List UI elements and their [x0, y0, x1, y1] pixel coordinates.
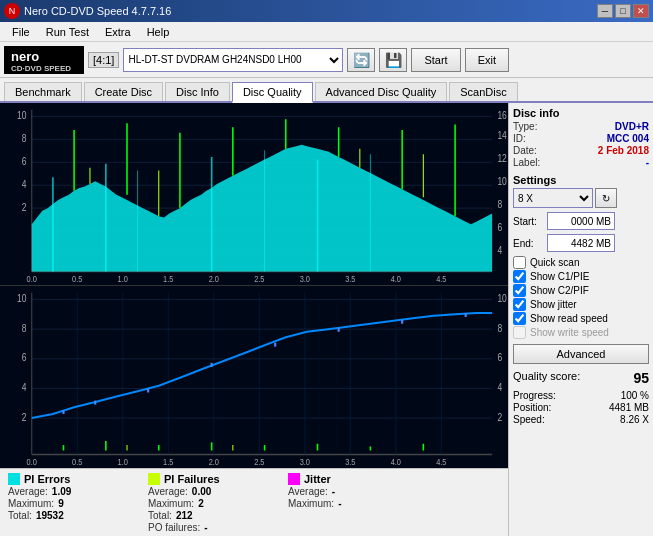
jitter-max: Maximum: -: [288, 498, 408, 509]
show-read-speed-checkbox[interactable]: [513, 312, 526, 325]
disc-type-row: Type: DVD+R: [513, 121, 649, 132]
pi-errors-max: Maximum: 9: [8, 498, 128, 509]
settings-title: Settings: [513, 174, 649, 186]
speed-row-display: Speed: 8.26 X: [513, 414, 649, 425]
advanced-button[interactable]: Advanced: [513, 344, 649, 364]
svg-text:2: 2: [22, 411, 27, 423]
quality-score-section: Quality score: 95: [513, 370, 649, 386]
svg-text:2.0: 2.0: [209, 456, 220, 467]
svg-text:0.5: 0.5: [72, 273, 83, 284]
svg-text:10: 10: [17, 109, 27, 121]
tab-disc-info[interactable]: Disc Info: [165, 82, 230, 101]
titlebar: N Nero CD-DVD Speed 4.7.7.16 ─ □ ✕: [0, 0, 653, 22]
speed-select[interactable]: 8 X: [513, 188, 593, 208]
minimize-button[interactable]: ─: [597, 4, 613, 18]
jitter-label: Jitter: [304, 473, 331, 485]
svg-text:10: 10: [497, 292, 507, 304]
svg-text:6: 6: [497, 351, 502, 363]
chart1-svg: 10 8 6 4 2 16 14 12 10 8 6 4 0.0 0.5 1: [0, 103, 508, 285]
svg-text:8: 8: [497, 322, 502, 334]
menubar: File Run Test Extra Help: [0, 22, 653, 42]
menu-runtest[interactable]: Run Test: [38, 24, 97, 40]
show-jitter-checkbox[interactable]: [513, 298, 526, 311]
legend-pi-errors-header: PI Errors: [8, 473, 128, 485]
drive-select[interactable]: HL-DT-ST DVDRAM GH24NSD0 LH00: [123, 48, 343, 72]
start-mb-input[interactable]: [547, 212, 615, 230]
chart2-svg: 10 8 6 4 2 10 8 6 4 2 0.0 0.5 1.0 1.5: [0, 286, 508, 468]
show-c1pie-checkbox[interactable]: [513, 270, 526, 283]
svg-text:4.0: 4.0: [391, 273, 402, 284]
position-row: Position: 4481 MB: [513, 402, 649, 413]
svg-text:2.5: 2.5: [254, 273, 265, 284]
legend-pi-errors: PI Errors Average: 1.09 Maximum: 9 Total…: [8, 473, 128, 533]
app-icon: N: [4, 3, 20, 19]
svg-text:8: 8: [22, 132, 27, 144]
save-icon[interactable]: 💾: [379, 48, 407, 72]
svg-text:2.5: 2.5: [254, 456, 265, 467]
menu-file[interactable]: File: [4, 24, 38, 40]
svg-text:2: 2: [497, 411, 502, 423]
refresh-icon[interactable]: 🔄: [347, 48, 375, 72]
exit-button[interactable]: Exit: [465, 48, 509, 72]
pi-failures-color: [148, 473, 160, 485]
svg-text:16: 16: [497, 109, 506, 121]
end-mb-input[interactable]: [547, 234, 615, 252]
titlebar-title: Nero CD-DVD Speed 4.7.7.16: [24, 5, 171, 17]
svg-text:1.5: 1.5: [163, 456, 174, 467]
tab-create-disc[interactable]: Create Disc: [84, 82, 163, 101]
disc-info-section: Disc info Type: DVD+R ID: MCC 004 Date: …: [513, 107, 649, 168]
quality-score-value: 95: [633, 370, 649, 386]
menu-help[interactable]: Help: [139, 24, 178, 40]
svg-text:2: 2: [22, 201, 27, 213]
svg-text:3.0: 3.0: [300, 273, 311, 284]
svg-text:6: 6: [22, 351, 27, 363]
svg-text:3.5: 3.5: [345, 273, 356, 284]
pi-errors-total: Total: 19532: [8, 510, 128, 521]
svg-text:6: 6: [497, 221, 502, 233]
legend-jitter-header: Jitter: [288, 473, 408, 485]
start-button[interactable]: Start: [411, 48, 460, 72]
chart-section: 10 8 6 4 2 16 14 12 10 8 6 4 0.0 0.5 1: [0, 103, 508, 536]
show-jitter-row: Show jitter: [513, 298, 649, 311]
svg-text:4: 4: [497, 244, 502, 256]
svg-text:4.5: 4.5: [436, 273, 447, 284]
quick-scan-row: Quick scan: [513, 256, 649, 269]
progress-row: Progress: 100 %: [513, 390, 649, 401]
menu-extra[interactable]: Extra: [97, 24, 139, 40]
svg-text:14: 14: [497, 129, 507, 141]
close-button[interactable]: ✕: [633, 4, 649, 18]
jitter-avg: Average: -: [288, 486, 408, 497]
disc-date-row: Date: 2 Feb 2018: [513, 145, 649, 156]
right-panel: Disc info Type: DVD+R ID: MCC 004 Date: …: [508, 103, 653, 536]
svg-text:0.0: 0.0: [27, 456, 38, 467]
settings-section: Settings 8 X ↻ Start: End: Quick scan: [513, 174, 649, 364]
show-write-speed-label: Show write speed: [530, 327, 609, 338]
end-mb-row: End:: [513, 234, 649, 252]
quick-scan-checkbox[interactable]: [513, 256, 526, 269]
maximize-button[interactable]: □: [615, 4, 631, 18]
charts-wrapper: 10 8 6 4 2 16 14 12 10 8 6 4 0.0 0.5 1: [0, 103, 508, 468]
tab-scandisc[interactable]: ScanDisc: [449, 82, 517, 101]
titlebar-controls[interactable]: ─ □ ✕: [597, 4, 649, 18]
chart2: 10 8 6 4 2 10 8 6 4 2 0.0 0.5 1.0 1.5: [0, 286, 508, 468]
show-read-speed-row: Show read speed: [513, 312, 649, 325]
tab-advanced-disc-quality[interactable]: Advanced Disc Quality: [315, 82, 448, 101]
svg-text:4.5: 4.5: [436, 456, 447, 467]
chart1: 10 8 6 4 2 16 14 12 10 8 6 4 0.0 0.5 1: [0, 103, 508, 286]
show-c2pif-checkbox[interactable]: [513, 284, 526, 297]
start-mb-row: Start:: [513, 212, 649, 230]
tab-benchmark[interactable]: Benchmark: [4, 82, 82, 101]
svg-text:4: 4: [497, 381, 502, 393]
tab-disc-quality[interactable]: Disc Quality: [232, 82, 313, 103]
legend-pi-failures-header: PI Failures: [148, 473, 268, 485]
show-c1pie-label: Show C1/PIE: [530, 271, 589, 282]
show-c1pie-row: Show C1/PIE: [513, 270, 649, 283]
show-jitter-label: Show jitter: [530, 299, 577, 310]
tab-bar: Benchmark Create Disc Disc Info Disc Qua…: [0, 78, 653, 103]
show-c2pif-label: Show C2/PIF: [530, 285, 589, 296]
refresh-speed-icon[interactable]: ↻: [595, 188, 617, 208]
svg-text:10: 10: [17, 292, 27, 304]
show-write-speed-checkbox[interactable]: [513, 326, 526, 339]
svg-text:4: 4: [22, 178, 27, 190]
svg-text:nero: nero: [11, 49, 39, 64]
